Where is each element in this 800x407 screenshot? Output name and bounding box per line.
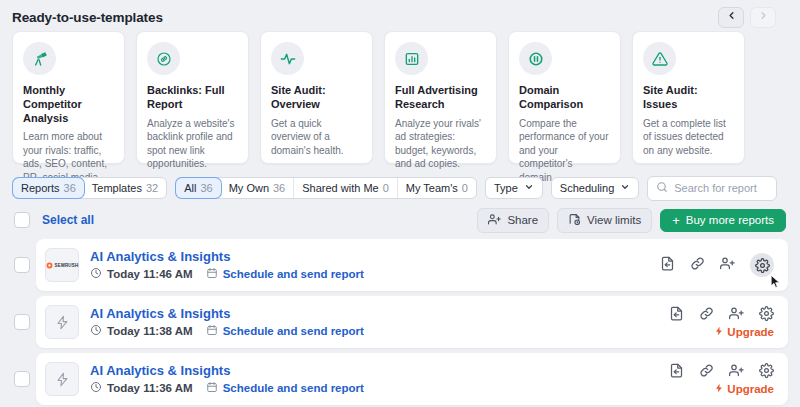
report-thumbnail-bolt xyxy=(45,305,79,339)
report-title[interactable]: AI Analytics & Insights xyxy=(90,363,364,378)
select-all-link[interactable]: Select all xyxy=(42,213,94,227)
tab-my-teams[interactable]: My Team's 0 xyxy=(398,178,476,198)
search-input[interactable] xyxy=(674,182,768,194)
row-checkbox[interactable] xyxy=(14,257,30,273)
report-modified-time: Today 11:46 AM xyxy=(107,268,193,280)
tab-count: 0 xyxy=(383,182,389,194)
template-card-backlinks-full-report[interactable]: Backlinks: Full Report Analyze a website… xyxy=(136,31,249,164)
report-modified-time: Today 11:38 AM xyxy=(107,325,193,337)
template-description: Get a quick overview of a domain's healt… xyxy=(271,117,362,158)
templates-header: Ready-to-use-templates xyxy=(12,6,788,28)
buy-more-reports-button[interactable]: + Buy more reports xyxy=(660,209,786,232)
bolt-icon xyxy=(55,315,70,330)
report-search xyxy=(647,176,777,201)
template-card-site-audit-overview[interactable]: Site Audit: Overview Get a quick overvie… xyxy=(260,31,373,164)
tab-templates[interactable]: Templates 32 xyxy=(84,178,166,198)
limits-gauge-icon xyxy=(568,213,581,228)
schedule-send-link[interactable]: Schedule and send report xyxy=(223,325,364,337)
upgrade-label: Upgrade xyxy=(727,326,774,338)
filters-bar: Reports 36 Templates 32 All 36 My Own 36… xyxy=(12,176,788,200)
reports-templates-tabs: Reports 36 Templates 32 xyxy=(12,177,167,199)
row-checkbox[interactable] xyxy=(14,314,30,330)
tab-label: My Own xyxy=(229,182,269,194)
dropdown-label: Scheduling xyxy=(560,182,614,194)
template-card-site-audit-issues[interactable]: Site Audit: Issues Get a complete list o… xyxy=(632,31,745,164)
template-description: Compare the performance of your and your… xyxy=(519,117,610,185)
report-card[interactable]: AI Analytics & Insights Today 11:36 AM S… xyxy=(36,353,788,405)
tab-label: Templates xyxy=(92,182,142,194)
tab-label: Reports xyxy=(21,182,60,194)
share-button[interactable]: Share xyxy=(477,208,549,233)
plus-icon: + xyxy=(672,214,680,227)
tab-all[interactable]: All 36 xyxy=(176,178,220,198)
template-title: Domain Comparison xyxy=(519,84,610,112)
carousel-next-button[interactable] xyxy=(750,7,776,28)
report-thumbnail-semrush: SEMRUSH xyxy=(45,248,79,282)
template-card-monthly-competitor-analysis[interactable]: Monthly Competitor Analysis Learn more a… xyxy=(12,31,125,164)
schedule-send-link[interactable]: Schedule and send report xyxy=(223,382,364,394)
view-limits-button[interactable]: View limits xyxy=(557,208,652,233)
schedule-send-link[interactable]: Schedule and send report xyxy=(223,268,364,280)
report-row: AI Analytics & Insights Today 11:38 AM S… xyxy=(12,296,788,348)
tab-shared-with-me[interactable]: Shared with Me 0 xyxy=(294,178,398,198)
carousel-nav xyxy=(718,7,776,28)
export-file-icon[interactable] xyxy=(669,306,684,324)
ad-bar-chart-icon xyxy=(395,42,428,75)
chevron-down-icon xyxy=(620,182,630,194)
bolt-icon xyxy=(55,372,70,387)
upgrade-link[interactable]: Upgrade xyxy=(714,383,774,395)
tab-reports[interactable]: Reports 36 xyxy=(13,178,84,198)
tab-my-own[interactable]: My Own 36 xyxy=(221,178,295,198)
row-checkbox[interactable] xyxy=(14,371,30,387)
tab-label: Shared with Me xyxy=(302,182,378,194)
template-title: Site Audit: Overview xyxy=(271,84,362,112)
link-icon[interactable] xyxy=(699,363,714,381)
share-user-icon[interactable] xyxy=(720,256,735,274)
gear-button-hovered[interactable] xyxy=(750,253,774,277)
upgrade-bolt-icon xyxy=(714,326,724,338)
template-card-full-advertising-research[interactable]: Full Advertising Research Analyze your r… xyxy=(384,31,497,164)
link-icon[interactable] xyxy=(690,256,705,274)
calendar-icon xyxy=(206,267,218,281)
dropdown-label: Type xyxy=(494,182,518,194)
template-description: Analyze your rivals' ad strategies: budg… xyxy=(395,117,486,171)
scheduling-dropdown[interactable]: Scheduling xyxy=(551,177,639,199)
semrush-wordmark: SEMRUSH xyxy=(55,263,79,268)
type-dropdown[interactable]: Type xyxy=(485,177,543,199)
gear-icon[interactable] xyxy=(759,363,774,381)
upgrade-link[interactable]: Upgrade xyxy=(714,326,774,338)
share-user-icon[interactable] xyxy=(729,306,744,324)
history-clock-icon xyxy=(90,324,102,338)
report-card[interactable]: SEMRUSH AI Analytics & Insights Today 11… xyxy=(36,239,788,291)
template-title: Site Audit: Issues xyxy=(643,84,734,112)
list-toolbar: Select all Share View limits + Buy more … xyxy=(12,208,788,232)
gear-icon[interactable] xyxy=(759,306,774,324)
semrush-logo: SEMRUSH xyxy=(46,262,79,269)
carousel-prev-button[interactable] xyxy=(718,7,744,28)
ownership-tabs: All 36 My Own 36 Shared with Me 0 My Tea… xyxy=(175,177,477,199)
template-description: Get a complete list of issues detected o… xyxy=(643,117,734,158)
report-thumbnail-bolt xyxy=(45,362,79,396)
history-clock-icon xyxy=(90,381,102,395)
link-icon[interactable] xyxy=(699,306,714,324)
calendar-icon xyxy=(206,324,218,338)
share-user-icon[interactable] xyxy=(729,363,744,381)
export-file-icon[interactable] xyxy=(660,256,675,274)
gear-icon xyxy=(755,258,770,273)
upgrade-label: Upgrade xyxy=(727,383,774,395)
tab-count: 36 xyxy=(64,182,76,194)
select-all-checkbox[interactable] xyxy=(14,212,30,228)
chevron-down-icon xyxy=(524,182,534,194)
alert-triangle-icon xyxy=(643,42,676,75)
report-card[interactable]: AI Analytics & Insights Today 11:38 AM S… xyxy=(36,296,788,348)
reports-list: SEMRUSH AI Analytics & Insights Today 11… xyxy=(12,239,788,405)
report-title[interactable]: AI Analytics & Insights xyxy=(90,306,364,321)
report-title[interactable]: AI Analytics & Insights xyxy=(90,249,364,264)
template-card-domain-comparison[interactable]: Domain Comparison Compare the performanc… xyxy=(508,31,621,164)
export-file-icon[interactable] xyxy=(669,363,684,381)
template-cards: Monthly Competitor Analysis Learn more a… xyxy=(12,31,788,164)
tab-count: 36 xyxy=(273,182,285,194)
buy-more-label: Buy more reports xyxy=(686,214,774,226)
tab-label: My Team's xyxy=(406,182,458,194)
report-modified-time: Today 11:36 AM xyxy=(107,382,193,394)
